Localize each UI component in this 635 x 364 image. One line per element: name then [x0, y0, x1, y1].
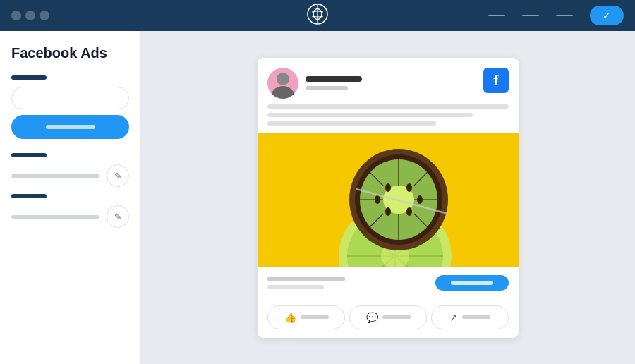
section-1-label	[11, 75, 47, 80]
svg-point-26	[385, 207, 391, 216]
fb-cta-bar-wide	[267, 277, 345, 281]
sidebar-section-1	[11, 75, 129, 139]
fb-ad-image	[258, 133, 519, 267]
fb-avatar	[267, 68, 298, 99]
fb-cta-button[interactable]	[435, 275, 509, 291]
topbar-dash-1	[488, 15, 505, 16]
window-minimize-btn[interactable]	[25, 11, 35, 20]
fb-text-line-3	[267, 121, 436, 126]
section-3-label	[11, 194, 47, 198]
topbar-right-controls: ✓	[488, 6, 624, 25]
app-logo	[306, 3, 329, 28]
pencil-icon-1: ✎	[114, 171, 122, 181]
facebook-ad-card: f	[258, 58, 519, 338]
like-text-bar	[301, 315, 329, 319]
pencil-icon-2: ✎	[114, 212, 122, 222]
sidebar: Facebook Ads ✎ ✎	[0, 31, 141, 364]
fb-divider	[267, 298, 509, 298]
window-close-btn[interactable]	[11, 11, 21, 20]
main-layout: Facebook Ads ✎ ✎	[0, 31, 635, 364]
fb-card-footer: 👍 💬 ↗	[258, 267, 519, 338]
confirm-button[interactable]: ✓	[590, 6, 624, 25]
sidebar-primary-button[interactable]	[11, 115, 129, 139]
topbar-dash-3	[556, 15, 573, 16]
fb-cta-row	[267, 275, 509, 291]
check-icon: ✓	[603, 10, 611, 21]
fb-share-button[interactable]: ↗	[431, 305, 509, 329]
sidebar-title: Facebook Ads	[11, 45, 129, 61]
content-area: f	[141, 31, 635, 364]
svg-point-27	[406, 207, 412, 216]
avatar-svg	[267, 68, 298, 99]
fb-name-bar	[306, 76, 362, 82]
fb-subtitle-bar	[306, 86, 348, 90]
thumbs-up-icon: 👍	[284, 312, 296, 323]
logo-svg-icon	[306, 3, 329, 25]
fb-cta-bar-narrow	[267, 285, 324, 289]
fb-text-line-2	[267, 113, 473, 117]
comment-icon: 💬	[366, 312, 378, 323]
edit-button-1[interactable]: ✎	[107, 164, 129, 187]
edit-button-2[interactable]: ✎	[107, 205, 129, 228]
share-text-bar	[462, 315, 490, 319]
sidebar-field-row-1: ✎	[11, 164, 129, 187]
fb-logo: f	[483, 68, 509, 93]
comment-text-bar	[382, 315, 411, 319]
sidebar-section-2: ✎ ✎	[11, 153, 129, 228]
svg-point-25	[406, 183, 412, 192]
sidebar-input-1[interactable]	[11, 87, 129, 109]
fb-actions-row: 👍 💬 ↗	[267, 305, 509, 329]
fb-cta-btn-text	[451, 281, 493, 285]
topbar: ✓	[0, 0, 635, 31]
field-bar-2	[11, 215, 99, 219]
svg-point-2	[270, 86, 296, 99]
svg-point-3	[277, 73, 289, 85]
share-icon: ↗	[449, 312, 458, 323]
fruit-illustration	[258, 133, 519, 267]
section-2-label	[11, 153, 47, 157]
svg-point-28	[375, 195, 380, 204]
window-controls	[11, 11, 49, 20]
btn-text-bar	[46, 125, 95, 129]
fb-text-line-1	[267, 104, 509, 109]
svg-point-29	[417, 195, 423, 204]
fb-card-header: f	[258, 58, 519, 104]
field-bar-1	[11, 174, 99, 178]
fb-like-button[interactable]: 👍	[267, 305, 345, 329]
fb-cta-text	[267, 277, 345, 289]
fb-profile-area	[267, 68, 362, 99]
fb-profile-info	[306, 76, 362, 90]
fb-text-lines	[258, 104, 519, 133]
fb-comment-button[interactable]: 💬	[349, 305, 427, 329]
sidebar-field-row-2: ✎	[11, 205, 129, 228]
topbar-dash-2	[522, 15, 539, 16]
window-maximize-btn[interactable]	[40, 11, 49, 20]
svg-point-24	[385, 183, 391, 192]
